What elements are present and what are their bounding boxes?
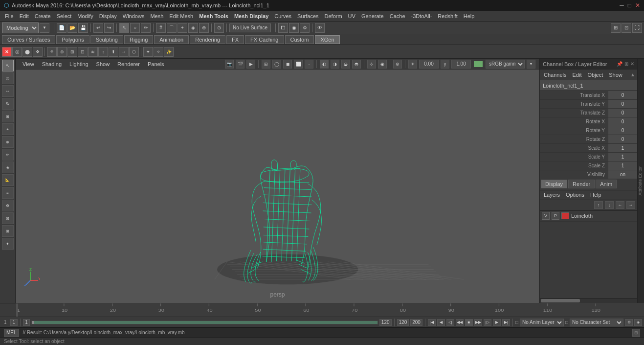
pb-char-set-dropdown[interactable]: No Character Set xyxy=(570,319,623,326)
full-screen-btn[interactable]: ⛶ xyxy=(632,23,642,33)
cb-menu-object[interactable]: Object xyxy=(585,71,605,79)
render-btn[interactable]: ⧠ xyxy=(278,23,288,33)
vc-hud-btn[interactable]: ◉ xyxy=(378,60,387,69)
vp-menu-shading[interactable]: Shading xyxy=(39,60,65,68)
sel-mode-obj-btn[interactable]: ✕ xyxy=(2,47,12,57)
vc-light-3[interactable]: ◒ xyxy=(341,60,350,69)
tool-extra-2[interactable]: ⊞ xyxy=(2,225,14,237)
pb-range-slider[interactable] xyxy=(31,321,378,324)
tool-sculpt[interactable]: ✏ xyxy=(2,149,14,161)
vc-iso-btn[interactable]: ⊛ xyxy=(393,60,402,69)
channel-value-tx[interactable]: 0 xyxy=(608,91,637,99)
mode-dropdown[interactable]: Modeling xyxy=(2,23,39,33)
vc-exposure-input[interactable] xyxy=(419,60,439,69)
menu-create[interactable]: Create xyxy=(32,12,54,20)
menu-cache[interactable]: Cache xyxy=(387,12,408,20)
ipr-btn[interactable]: ◉ xyxy=(289,23,299,33)
tool-extra-3[interactable]: ✦ xyxy=(2,238,14,250)
tab-polygons[interactable]: Polygons xyxy=(56,35,89,44)
pb-stop[interactable]: ■ xyxy=(465,319,473,326)
tab-rendering[interactable]: Rendering xyxy=(190,35,225,44)
menu-modify[interactable]: Modify xyxy=(74,12,96,20)
menu-select[interactable]: Select xyxy=(54,12,75,20)
channel-scale-z[interactable]: Scale Z 1 xyxy=(540,161,637,170)
channel-value-sy[interactable]: 1 xyxy=(608,153,637,161)
channel-translate-y[interactable]: Translate Y 0 xyxy=(540,100,637,109)
layer-icon-move-up[interactable]: ↑ xyxy=(594,201,603,209)
channel-box-close-btn[interactable]: ✕ xyxy=(630,61,634,67)
menu-surfaces[interactable]: Surfaces xyxy=(294,12,321,20)
pb-first-frame[interactable]: |◀ xyxy=(428,319,436,326)
channel-value-sz[interactable]: 1 xyxy=(608,161,637,170)
channel-value-sx[interactable]: 1 xyxy=(608,144,637,152)
menu-help[interactable]: Help xyxy=(461,12,478,20)
vp-menu-view[interactable]: View xyxy=(20,60,37,68)
attribute-editor-sidebar[interactable]: Attribute Editor Channel Box / Layer Edi… xyxy=(637,59,644,303)
render-settings-btn[interactable]: ⚙ xyxy=(300,23,310,33)
tool-extra-1[interactable]: ⊡ xyxy=(2,212,14,224)
menu-3dtoall[interactable]: -3DtoAll- xyxy=(408,12,435,20)
tool-paint[interactable]: ◎ xyxy=(2,72,14,84)
menu-windows[interactable]: Windows xyxy=(120,12,148,20)
tab-custom[interactable]: Custom xyxy=(285,35,314,44)
pb-play-fwd[interactable]: ▶▶ xyxy=(474,319,482,326)
snap-grid-btn[interactable]: # xyxy=(156,23,166,33)
snap-curve-btn[interactable]: ⌒ xyxy=(167,23,177,33)
menu-edit-mesh[interactable]: Edit Mesh xyxy=(166,12,196,20)
channel-translate-z[interactable]: Translate Z 0 xyxy=(540,109,637,117)
maximize-button[interactable]: □ xyxy=(628,2,631,9)
layer-icon-right[interactable]: → xyxy=(626,201,635,209)
xgen-icon-3[interactable]: ⊞ xyxy=(67,47,77,57)
timeline-ruler[interactable]: 1 10 20 30 40 50 60 70 80 xyxy=(16,303,644,317)
channel-scale-x[interactable]: Scale X 1 xyxy=(540,144,637,153)
pb-prev-key[interactable]: ◁| xyxy=(446,319,454,326)
layer-visibility-btn[interactable]: V xyxy=(542,212,550,220)
pb-range-end[interactable]: 120 xyxy=(379,319,392,326)
layer-color-swatch[interactable] xyxy=(561,212,569,219)
tool-layers[interactable]: ≡ xyxy=(2,187,14,199)
cb-menu-channels[interactable]: Channels xyxy=(542,71,568,79)
channel-rotate-y[interactable]: Rotate Y 0 xyxy=(540,126,637,135)
pb-thumb[interactable] xyxy=(32,321,34,324)
snap-live-btn[interactable]: ⊕ xyxy=(199,23,209,33)
channel-scale-y[interactable]: Scale Y 1 xyxy=(540,153,637,161)
pb-max-range-start[interactable]: 120 xyxy=(397,319,409,326)
layout-btn[interactable]: ⊡ xyxy=(622,23,631,33)
tab-render[interactable]: Render xyxy=(568,180,595,188)
tool-snap[interactable]: ◈ xyxy=(2,161,14,173)
tab-xgen[interactable]: XGen xyxy=(315,35,339,44)
xgen-icon-11[interactable]: ✧ xyxy=(154,47,163,57)
vc-colorspace-arrow[interactable]: ▼ xyxy=(527,60,535,69)
tab-sculpting[interactable]: Sculpting xyxy=(90,35,123,44)
layers-menu-layers[interactable]: Layers xyxy=(542,191,562,199)
channel-rotate-z[interactable]: Rotate Z 0 xyxy=(540,135,637,144)
cb-menu-edit[interactable]: Edit xyxy=(570,71,583,79)
menu-redshift[interactable]: Redshift xyxy=(435,12,460,20)
vc-shadow-btn[interactable]: ◓ xyxy=(352,60,361,69)
menu-uv[interactable]: UV xyxy=(345,12,358,20)
vc-smooth-btn[interactable]: ◯ xyxy=(272,60,281,69)
menu-file[interactable]: File xyxy=(2,12,17,20)
lasso-tool-btn[interactable]: ○ xyxy=(130,23,140,33)
pb-prev-frame[interactable]: ◀ xyxy=(437,319,445,326)
channel-translate-x[interactable]: Translate X 0 xyxy=(540,91,637,100)
menu-curves[interactable]: Curves xyxy=(271,12,294,20)
vp-menu-panels[interactable]: Panels xyxy=(145,60,167,68)
save-btn[interactable]: 💾 xyxy=(78,23,88,33)
status-script-editor-btn[interactable]: ⊞ xyxy=(632,329,640,337)
tool-scale[interactable]: ⊞ xyxy=(2,111,14,122)
viewport-canvas[interactable]: X Y Z persp xyxy=(16,69,539,303)
vc-gamma-input[interactable] xyxy=(451,60,471,69)
layers-menu-options[interactable]: Options xyxy=(564,191,586,199)
vc-wire-btn[interactable]: ⊞ xyxy=(262,60,270,69)
layers-menu-help[interactable]: Help xyxy=(588,191,603,199)
vc-grid-btn[interactable]: ⊹ xyxy=(367,60,376,69)
menu-mesh-tools[interactable]: Mesh Tools xyxy=(196,12,231,20)
xgen-icon-10[interactable]: ✦ xyxy=(143,47,153,57)
tool-move[interactable]: ↔ xyxy=(2,85,14,97)
status-mel-label[interactable]: MEL xyxy=(4,329,19,337)
tab-anim[interactable]: Anim xyxy=(596,180,617,188)
channel-value-tz[interactable]: 0 xyxy=(608,109,637,117)
channel-value-ty[interactable]: 0 xyxy=(608,100,637,108)
vc-film-btn[interactable]: 🎬 xyxy=(236,60,244,69)
